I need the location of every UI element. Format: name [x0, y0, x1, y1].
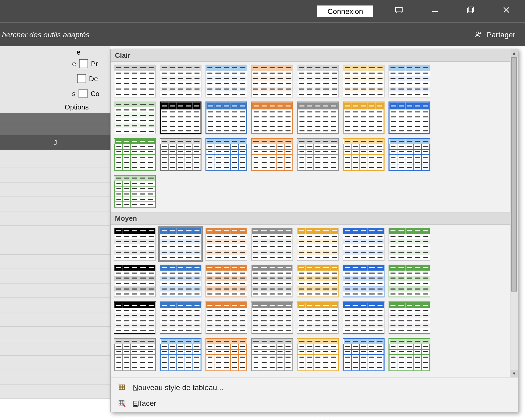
table-style-thumb[interactable]: [251, 228, 293, 261]
gallery-row: [114, 102, 515, 134]
gallery-row: [114, 138, 515, 171]
table-style-thumb[interactable]: [160, 228, 201, 261]
table-style-options-group: e e Pr De s Co Options J: [0, 46, 111, 399]
close-button[interactable]: [496, 6, 516, 17]
svg-rect-4: [119, 385, 124, 390]
options-group-label: Options: [0, 100, 111, 113]
scroll-down-button[interactable]: ▼: [510, 370, 518, 377]
scroll-track[interactable]: [510, 57, 518, 370]
table-style-thumb[interactable]: [388, 138, 430, 171]
display-mode-icon[interactable]: [389, 6, 409, 17]
table-style-thumb[interactable]: [343, 265, 385, 297]
option-checkbox-1[interactable]: [79, 59, 88, 68]
clear-style-icon: [117, 398, 127, 408]
option-checkbox-3[interactable]: [78, 89, 87, 98]
share-button[interactable]: Partager: [474, 30, 515, 39]
gallery-section-header: Clair: [111, 49, 518, 62]
gallery-row: [114, 338, 515, 371]
table-style-thumb[interactable]: [343, 228, 385, 261]
table-style-thumb[interactable]: [297, 265, 339, 297]
option-label-2: De: [89, 75, 98, 82]
table-style-thumb[interactable]: [343, 102, 385, 134]
table-style-thumb[interactable]: [160, 265, 201, 297]
table-style-thumb[interactable]: [388, 338, 430, 371]
svg-point-3: [476, 32, 479, 35]
table-style-thumb[interactable]: [160, 138, 201, 171]
table-style-thumb[interactable]: [343, 65, 385, 97]
table-style-thumb[interactable]: [297, 338, 339, 371]
table-style-thumb[interactable]: [114, 102, 156, 134]
scroll-thumb[interactable]: [511, 57, 517, 292]
clear-style-item[interactable]: Effacer: [111, 395, 518, 411]
sheet-split-handle[interactable]: · · ·: [124, 417, 525, 420]
table-style-thumb[interactable]: [251, 301, 293, 334]
table-style-thumb[interactable]: [206, 228, 247, 261]
table-style-thumb[interactable]: [206, 265, 247, 297]
new-table-style-icon: [117, 382, 127, 392]
table-style-thumb[interactable]: [388, 265, 430, 297]
table-style-thumb[interactable]: [388, 65, 430, 97]
table-style-thumb[interactable]: [297, 138, 339, 171]
scroll-up-button[interactable]: ▲: [510, 49, 518, 57]
table-style-thumb[interactable]: [114, 265, 156, 297]
window-titlebar: Connexion: [0, 0, 525, 22]
table-style-thumb[interactable]: [160, 65, 201, 97]
gallery-row: [114, 65, 515, 97]
table-style-thumb[interactable]: [297, 228, 339, 261]
tell-me-search[interactable]: hercher des outils adaptés: [2, 30, 90, 39]
table-style-thumb[interactable]: [114, 175, 156, 208]
gallery-section-header: Moyen: [111, 212, 518, 225]
table-style-thumb[interactable]: [251, 102, 293, 134]
table-style-thumb[interactable]: [160, 102, 201, 134]
table-style-thumb[interactable]: [160, 301, 201, 334]
table-style-thumb[interactable]: [251, 65, 293, 97]
minimize-button[interactable]: [425, 6, 445, 17]
gallery-row: [114, 175, 515, 208]
table-style-thumb[interactable]: [114, 338, 156, 371]
table-style-thumb[interactable]: [206, 338, 247, 371]
svg-rect-0: [396, 7, 402, 12]
table-style-thumb[interactable]: [160, 338, 201, 371]
gallery-row: [114, 228, 515, 261]
table-style-thumb[interactable]: [297, 301, 339, 334]
table-style-thumb[interactable]: [114, 301, 156, 334]
table-style-thumb[interactable]: [388, 102, 430, 134]
column-header[interactable]: J: [0, 135, 111, 150]
table-style-thumb[interactable]: [343, 301, 385, 334]
select-all-corner[interactable]: [0, 113, 111, 125]
table-style-thumb[interactable]: [114, 65, 156, 97]
table-style-thumb[interactable]: [206, 138, 247, 171]
new-table-style-item[interactable]: Nouveau style de tableau...: [111, 379, 518, 395]
table-style-thumb[interactable]: [114, 138, 156, 171]
share-label: Partager: [487, 30, 515, 39]
table-style-thumb[interactable]: [343, 338, 385, 371]
signin-button[interactable]: Connexion: [318, 6, 373, 17]
table-style-thumb[interactable]: [343, 138, 385, 171]
table-style-thumb[interactable]: [206, 102, 247, 134]
table-style-thumb[interactable]: [206, 301, 247, 334]
svg-rect-1: [469, 7, 474, 12]
table-style-thumb[interactable]: [251, 265, 293, 297]
gallery-row: [114, 265, 515, 297]
ribbon-bar: hercher des outils adaptés Partager: [0, 22, 525, 46]
table-style-thumb[interactable]: [206, 65, 247, 97]
new-table-style-label: Nouveau style de tableau...: [133, 383, 223, 391]
table-style-thumb[interactable]: [251, 138, 293, 171]
svg-rect-2: [468, 8, 472, 13]
worksheet-cells[interactable]: [0, 154, 111, 399]
gallery-footer: Nouveau style de tableau... Effacer: [111, 377, 518, 412]
table-styles-gallery: ClairMoyen ▲ ▼ Nouveau style de tableau.…: [111, 49, 518, 412]
table-style-thumb[interactable]: [297, 65, 339, 97]
gallery-scrollbar[interactable]: ▲ ▼: [510, 49, 518, 378]
table-style-thumb[interactable]: [388, 228, 430, 261]
table-style-thumb[interactable]: [297, 102, 339, 134]
gallery-row: [114, 301, 515, 334]
option-label-3: Co: [91, 90, 99, 97]
option-label-1: Pr: [91, 60, 98, 67]
maximize-button[interactable]: [461, 6, 481, 17]
clear-style-label: Effacer: [133, 399, 156, 407]
table-style-thumb[interactable]: [251, 338, 293, 371]
table-style-thumb[interactable]: [388, 301, 430, 334]
option-checkbox-2[interactable]: [77, 74, 86, 83]
table-style-thumb[interactable]: [114, 228, 156, 261]
